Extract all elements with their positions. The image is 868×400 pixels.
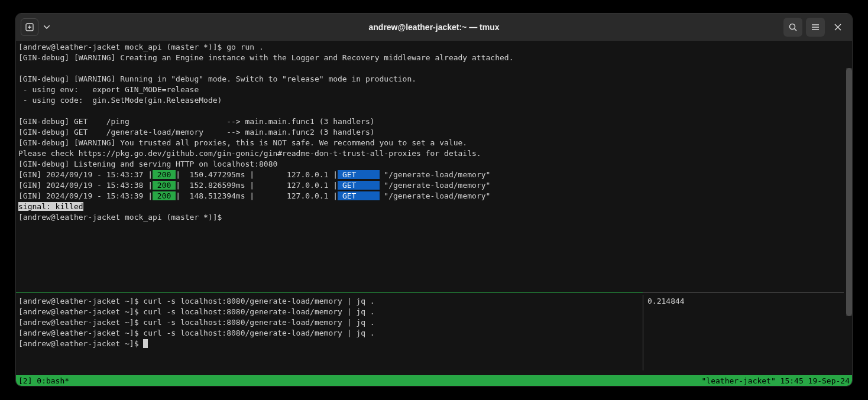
output-value: 0.214844 — [647, 296, 841, 307]
titlebar-right-controls — [783, 18, 847, 37]
term-line: [GIN-debug] GET /generate-load/memory --… — [18, 127, 841, 138]
term-line: [GIN-debug] [WARNING] You trusted all pr… — [18, 138, 841, 148]
pane-divider-horizontal[interactable] — [643, 292, 844, 293]
cursor — [143, 339, 148, 348]
scrollbar-thumb[interactable] — [846, 68, 852, 316]
chevron-down-icon — [44, 25, 50, 29]
svg-line-4 — [795, 29, 797, 31]
close-icon — [834, 24, 841, 31]
tmux-pane-bottom-left[interactable]: [andrew@leather-jacket ~]$ curl -s local… — [16, 295, 643, 370]
term-line: - using env: export GIN_MODE=release — [18, 84, 841, 95]
scrollbar[interactable] — [846, 68, 852, 316]
term-line: Please check https://pkg.go.dev/github.c… — [18, 148, 841, 159]
term-line: [andrew@leather-jacket ~]$ curl -s local… — [18, 307, 640, 317]
tmux-pane-bottom-right[interactable]: 0.214844 — [645, 295, 844, 370]
pane-divider-vertical[interactable] — [643, 295, 643, 370]
term-line: - using code: gin.SetMode(gin.ReleaseMod… — [18, 95, 841, 106]
term-line — [18, 106, 841, 116]
search-icon — [789, 23, 797, 31]
terminal-content: [andrew@leather-jacket mock_api (master … — [16, 41, 852, 386]
tab-dropdown-button[interactable] — [41, 18, 53, 36]
gin-request-line: [GIN] 2024/09/19 - 15:43:39 | 200 | 148.… — [18, 191, 841, 201]
gin-request-line: [GIN] 2024/09/19 - 15:43:38 | 200 | 152.… — [18, 180, 841, 191]
svg-point-3 — [790, 24, 795, 30]
plus-icon — [25, 23, 34, 31]
status-code: 200 — [153, 191, 176, 200]
term-line: [andrew@leather-jacket ~]$ curl -s local… — [18, 296, 640, 307]
tmux-pane-top[interactable]: [andrew@leather-jacket mock_api (master … — [16, 41, 844, 292]
term-line: [GIN-debug] GET /ping --> main.main.func… — [18, 116, 841, 127]
search-button[interactable] — [783, 18, 802, 37]
statusbar-clock: "leather-jacket" 15:45 19-Sep-24 — [702, 376, 850, 385]
term-line: [GIN-debug] [WARNING] Creating an Engine… — [18, 53, 841, 63]
shell-prompt-active: [andrew@leather-jacket ~]$ — [18, 339, 640, 349]
titlebar-left-controls — [21, 18, 53, 36]
term-line — [18, 63, 841, 74]
titlebar: andrew@leather-jacket:~ — tmux — [16, 14, 852, 41]
http-method: GET — [338, 191, 379, 200]
hamburger-icon — [811, 23, 820, 31]
term-line: [GIN-debug] Listening and serving HTTP o… — [18, 159, 841, 170]
status-code: 200 — [153, 181, 176, 190]
term-line: [andrew@leather-jacket mock_api (master … — [18, 42, 841, 53]
close-button[interactable] — [828, 18, 847, 37]
term-line: [andrew@leather-jacket ~]$ curl -s local… — [18, 328, 640, 339]
gin-request-line: [GIN] 2024/09/19 - 15:43:37 | 200 | 150.… — [18, 170, 841, 180]
status-code: 200 — [153, 170, 176, 179]
tmux-statusbar: [2] 0:bash* "leather-jacket" 15:45 19-Se… — [16, 375, 852, 386]
shell-prompt: [andrew@leather-jacket mock_api (master … — [18, 212, 841, 223]
http-method: GET — [338, 181, 379, 190]
term-line: [GIN-debug] [WARNING] Running in "debug"… — [18, 74, 841, 84]
term-line: [andrew@leather-jacket ~]$ curl -s local… — [18, 317, 640, 328]
new-tab-button[interactable] — [21, 18, 38, 36]
window-title: andrew@leather-jacket:~ — tmux — [369, 22, 500, 32]
signal-line: signal: killed — [18, 201, 841, 212]
pane-divider-horizontal-active[interactable] — [16, 292, 643, 293]
terminal-window: andrew@leather-jacket:~ — tmux [andrew@l… — [15, 13, 853, 386]
statusbar-session: [2] 0:bash* — [18, 376, 69, 385]
menu-button[interactable] — [806, 18, 825, 37]
http-method: GET — [338, 170, 379, 179]
